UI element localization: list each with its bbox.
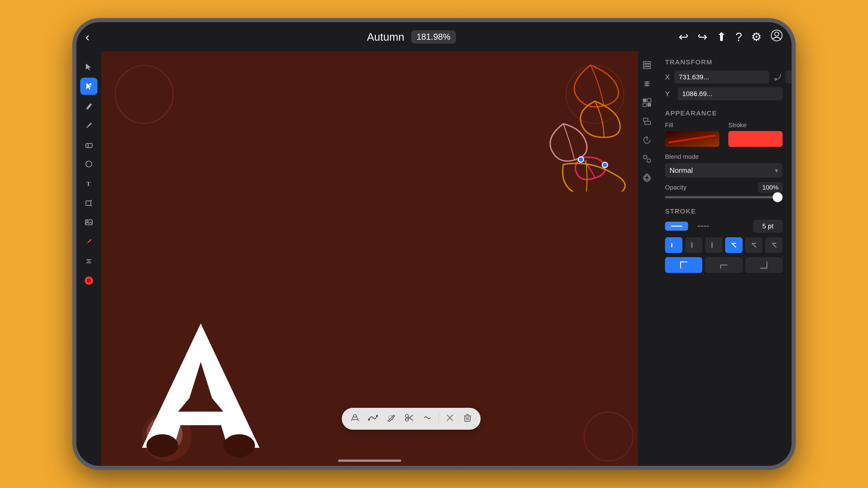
transform-y-row: Y bbox=[665, 87, 782, 100]
corner-radius-icon bbox=[774, 72, 783, 82]
cap-butt-button[interactable] bbox=[665, 237, 682, 253]
align-tool[interactable] bbox=[80, 253, 97, 270]
letter-a bbox=[115, 317, 287, 457]
svg-rect-48 bbox=[647, 103, 651, 107]
scissors-button[interactable] bbox=[402, 411, 416, 427]
opacity-slider[interactable] bbox=[665, 196, 782, 198]
profile-button[interactable] bbox=[771, 30, 782, 44]
svg-point-20 bbox=[223, 434, 255, 457]
redo-button[interactable]: ↪ bbox=[698, 30, 708, 43]
fill-item: Fill bbox=[665, 122, 719, 147]
zoom-level[interactable]: 181.98% bbox=[411, 30, 456, 43]
y-input[interactable] bbox=[678, 87, 782, 100]
svg-line-24 bbox=[351, 416, 353, 421]
fill-stroke-row: Fill bbox=[665, 122, 782, 147]
share-button[interactable]: ⬆ bbox=[717, 30, 726, 43]
join-bevel-button[interactable] bbox=[765, 237, 782, 253]
pencil-tool[interactable] bbox=[80, 97, 97, 114]
svg-rect-12 bbox=[86, 220, 92, 225]
align-br-button[interactable] bbox=[745, 257, 782, 273]
top-bar-center: Autumn 181.98% bbox=[131, 30, 692, 43]
corner-wrap bbox=[774, 70, 792, 84]
right-panel-inner: TRANSFORM X Y bbox=[656, 52, 792, 466]
x-input[interactable] bbox=[674, 70, 769, 84]
svg-rect-45 bbox=[643, 98, 647, 102]
transform-section: TRANSFORM X Y bbox=[665, 58, 782, 100]
stroke-title: STROKE bbox=[665, 207, 782, 215]
stroke-type-row bbox=[665, 220, 782, 233]
dashed-stroke-button[interactable] bbox=[692, 222, 715, 231]
right-panel: TRANSFORM X Y bbox=[656, 52, 792, 466]
fill-label: Fill bbox=[665, 122, 719, 129]
svg-line-11 bbox=[91, 205, 92, 206]
app-settings-icon[interactable] bbox=[640, 171, 654, 186]
deco-circle-1 bbox=[115, 65, 174, 124]
knife-button[interactable] bbox=[384, 411, 398, 427]
transform-tool[interactable] bbox=[80, 194, 97, 212]
svg-rect-49 bbox=[643, 118, 648, 121]
selection-tool[interactable] bbox=[80, 58, 97, 75]
smooth-node-button[interactable] bbox=[366, 411, 380, 427]
svg-rect-44 bbox=[643, 67, 651, 69]
svg-point-23 bbox=[353, 415, 356, 417]
align-center-button[interactable] bbox=[705, 257, 742, 273]
float-toolbar bbox=[342, 408, 480, 430]
brush-tool[interactable] bbox=[80, 117, 97, 134]
canvas-area[interactable] bbox=[101, 52, 638, 466]
align-tl-button[interactable] bbox=[665, 257, 702, 273]
deco-circle-3 bbox=[584, 412, 633, 461]
fx-panel-icon[interactable] bbox=[640, 77, 654, 93]
undo-button[interactable]: ↩ bbox=[679, 30, 688, 43]
symbols-panel-icon[interactable] bbox=[640, 152, 654, 168]
corner-radius-input[interactable] bbox=[785, 70, 792, 84]
transform-x-row: X bbox=[665, 70, 782, 84]
stroke-size-input[interactable] bbox=[753, 220, 782, 233]
y-label: Y bbox=[665, 90, 673, 98]
history-panel-icon[interactable] bbox=[640, 133, 654, 149]
opacity-fill bbox=[665, 196, 782, 198]
side-icons-panel bbox=[638, 52, 656, 466]
close-selection-button[interactable] bbox=[443, 412, 456, 426]
node-edit-button[interactable] bbox=[348, 411, 362, 427]
settings-button[interactable]: ⚙ bbox=[751, 30, 762, 43]
image-tool[interactable] bbox=[80, 214, 97, 231]
pen-tool[interactable] bbox=[80, 233, 97, 250]
canvas-content bbox=[101, 52, 638, 466]
eraser-tool[interactable] bbox=[80, 136, 97, 153]
svg-rect-43 bbox=[643, 64, 651, 66]
blend-mode-select[interactable]: Normal Multiply Screen Overlay Darken Li… bbox=[665, 163, 782, 177]
svg-point-4 bbox=[89, 83, 92, 86]
cap-join-grid bbox=[665, 237, 782, 253]
corner-align-grid bbox=[665, 257, 782, 273]
svg-line-10 bbox=[91, 200, 92, 201]
opacity-row: Opacity 100% bbox=[665, 182, 782, 198]
record-button[interactable] bbox=[80, 272, 97, 289]
svg-rect-42 bbox=[643, 61, 651, 63]
svg-marker-2 bbox=[86, 64, 91, 70]
top-bar-right: ↩ ↪ ⬆ ? ⚙ bbox=[692, 30, 782, 44]
swatches-panel-icon[interactable] bbox=[640, 96, 654, 111]
transform-panel-toggle-icon[interactable] bbox=[640, 115, 654, 130]
join-round-button[interactable] bbox=[745, 237, 763, 253]
svg-line-32 bbox=[408, 415, 413, 419]
help-button[interactable]: ? bbox=[736, 30, 742, 43]
svg-point-21 bbox=[578, 157, 584, 162]
cap-round-button[interactable] bbox=[685, 237, 703, 253]
back-button[interactable]: ‹ bbox=[86, 31, 90, 43]
svg-point-1 bbox=[775, 32, 779, 36]
break-button[interactable] bbox=[421, 411, 434, 427]
stroke-swatch[interactable] bbox=[728, 131, 782, 147]
shape-tool[interactable] bbox=[80, 156, 97, 173]
node-tool[interactable] bbox=[80, 78, 97, 95]
svg-text:T: T bbox=[86, 180, 91, 187]
opacity-thumb[interactable] bbox=[773, 192, 782, 202]
text-tool[interactable]: T bbox=[80, 175, 97, 192]
solid-stroke-button[interactable] bbox=[665, 222, 688, 231]
layers-panel-icon[interactable] bbox=[640, 58, 654, 74]
fill-swatch[interactable] bbox=[665, 131, 719, 147]
cap-square-button[interactable] bbox=[705, 237, 722, 253]
appearance-title: APPEARANCE bbox=[665, 109, 782, 117]
svg-point-31 bbox=[405, 414, 408, 418]
join-miter-button[interactable] bbox=[725, 237, 743, 253]
delete-button[interactable] bbox=[461, 411, 474, 427]
